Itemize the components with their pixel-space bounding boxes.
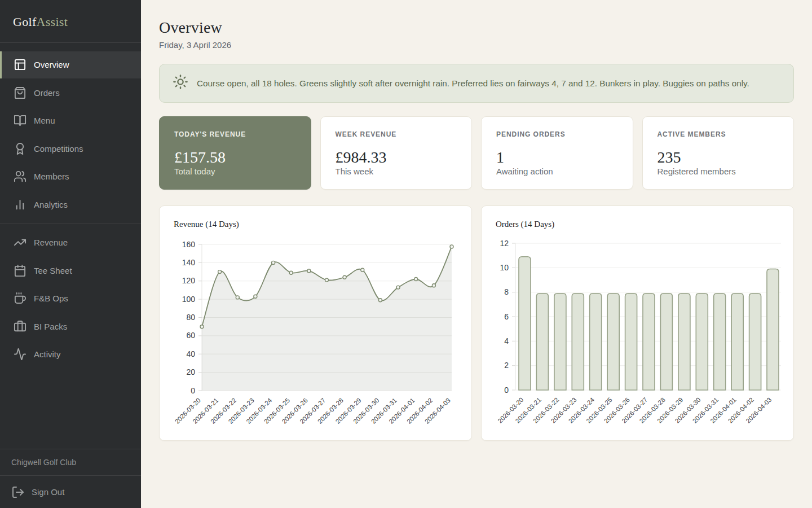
svg-text:0: 0	[504, 386, 509, 395]
svg-text:8: 8	[504, 287, 509, 296]
svg-text:100: 100	[182, 295, 196, 304]
svg-text:2: 2	[504, 361, 509, 370]
svg-text:160: 160	[182, 240, 196, 249]
svg-text:10: 10	[500, 263, 509, 272]
svg-text:120: 120	[182, 276, 196, 285]
svg-text:12: 12	[500, 239, 509, 248]
svg-text:20: 20	[186, 367, 195, 376]
svg-text:4: 4	[504, 336, 509, 345]
svg-text:40: 40	[186, 349, 195, 358]
svg-text:6: 6	[504, 312, 509, 321]
svg-text:0: 0	[191, 386, 195, 395]
svg-text:60: 60	[186, 331, 195, 340]
svg-text:140: 140	[182, 258, 196, 267]
svg-text:80: 80	[186, 313, 195, 322]
